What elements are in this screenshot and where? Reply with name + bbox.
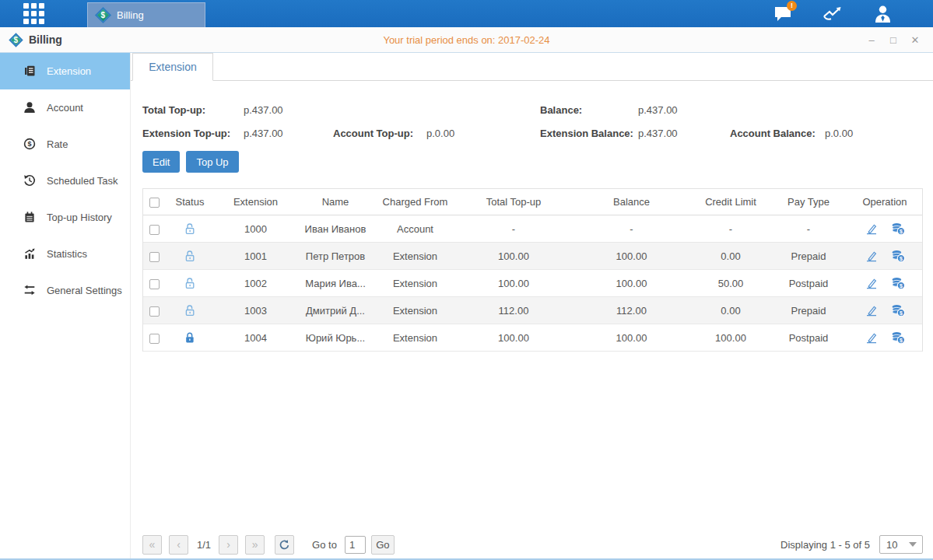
sidebar-item-label: Scheduled Task (47, 175, 118, 187)
sidebar-item-account[interactable]: Account (0, 89, 130, 126)
refresh-icon[interactable] (275, 535, 294, 555)
edit-pencil-icon[interactable] (865, 222, 879, 236)
prev-page-button[interactable]: ‹ (169, 535, 188, 555)
next-page-button[interactable]: › (219, 535, 238, 555)
trial-notice: Your trial period ends on: 2017-02-24 (0, 34, 933, 46)
cell-balance: 100.00 (571, 278, 692, 289)
cell-charged-from: Extension (374, 278, 456, 289)
svg-text:$: $ (900, 229, 903, 235)
last-page-button[interactable]: » (245, 535, 265, 555)
notification-badge: ! (787, 1, 797, 11)
topup-coins-icon[interactable]: $ (891, 303, 905, 317)
lock-open-icon[interactable] (184, 250, 196, 262)
column-header-charged_from[interactable]: Charged From (374, 196, 456, 208)
cell-name: Дмитрий Д... (296, 305, 374, 317)
first-page-button[interactable]: « (142, 535, 162, 555)
lock-open-icon[interactable] (184, 304, 196, 317)
chevron-down-icon (909, 542, 917, 547)
topup-coins-icon[interactable]: $ (891, 222, 905, 236)
edit-pencil-icon[interactable] (865, 303, 879, 317)
user-icon[interactable] (871, 4, 894, 24)
billing-diamond-icon: $ (95, 7, 111, 23)
sidebar-menu: ExtensionAccount$RateScheduled TaskTop-u… (0, 53, 131, 560)
column-header-balance[interactable]: Balance (571, 196, 692, 208)
maximize-button[interactable]: □ (888, 34, 899, 46)
goto-page-input[interactable] (345, 536, 366, 554)
cell-charged-from: Extension (374, 332, 456, 344)
topup-coins-icon[interactable]: $ (891, 276, 905, 290)
column-header-pay_type[interactable]: Pay Type (770, 196, 847, 208)
cell-credit-limit: 50.00 (692, 278, 770, 289)
sidebar-item-label: General Settings (47, 285, 122, 296)
svg-text:$: $ (900, 256, 903, 262)
sidebar-item-label: Extension (47, 65, 91, 77)
table-row: 1004Юрий Юрь...Extension100.00100.00100.… (143, 324, 922, 352)
sidebar-item-extension[interactable]: Extension (0, 53, 130, 89)
lock-closed-icon[interactable] (184, 331, 196, 344)
sidebar-item-topup-history[interactable]: Top-up History (0, 199, 130, 236)
main-panel: Extension Total Top-up: p.437.00 Balance… (131, 53, 933, 560)
column-header-operation[interactable]: Operation (847, 196, 922, 208)
clock-icon (23, 174, 37, 187)
svg-text:$: $ (27, 140, 31, 148)
cell-pay-type: - (770, 223, 847, 235)
notebook-icon (23, 211, 37, 224)
sidebar-item-label: Top-up History (47, 212, 112, 223)
row-checkbox[interactable] (149, 279, 160, 289)
message-icon[interactable]: ! (771, 4, 794, 24)
select-all-checkbox[interactable] (149, 198, 160, 208)
app-window: $ Billing ! (0, 0, 933, 560)
lock-open-icon[interactable] (184, 222, 196, 235)
cell-pay-type: Prepaid (770, 305, 847, 317)
row-checkbox[interactable] (149, 306, 160, 317)
topup-coins-icon[interactable]: $ (891, 249, 905, 263)
cell-pay-type: Postpaid (770, 332, 847, 344)
cell-name: Мария Ива... (296, 278, 374, 289)
cell-total-topup: 100.00 (456, 332, 571, 344)
cell-charged-from: Extension (374, 305, 456, 317)
column-header-total_topup[interactable]: Total Top-up (456, 196, 571, 208)
sidebar-item-statistics[interactable]: Statistics (0, 236, 130, 272)
app-tab-label: Billing (117, 9, 144, 21)
topup-coins-icon[interactable]: $ (891, 331, 905, 345)
tab-extension[interactable]: Extension (132, 53, 213, 81)
extension-topup-label: Extension Top-up: (142, 128, 244, 139)
balance-label: Balance: (540, 104, 638, 116)
edit-pencil-icon[interactable] (865, 331, 879, 345)
cell-credit-limit: 0.00 (692, 250, 770, 262)
cell-total-topup: 100.00 (456, 250, 571, 262)
cell-extension: 1003 (215, 305, 296, 317)
lock-open-icon[interactable] (184, 277, 196, 289)
top-up-button[interactable]: Top Up (186, 151, 238, 173)
sidebar-item-rate[interactable]: $Rate (0, 126, 130, 163)
minimize-button[interactable]: – (866, 34, 877, 46)
edit-pencil-icon[interactable] (865, 276, 879, 290)
go-button[interactable]: Go (371, 535, 395, 555)
column-header-credit_limit[interactable]: Credit Limit (692, 196, 770, 208)
row-checkbox[interactable] (149, 252, 160, 262)
cell-name: Юрий Юрь... (296, 332, 374, 344)
column-header-extension[interactable]: Extension (215, 196, 296, 208)
edit-pencil-icon[interactable] (865, 249, 879, 263)
table-row: 1002Мария Ива...Extension100.00100.0050.… (143, 270, 922, 297)
cell-balance: 100.00 (571, 250, 692, 262)
cell-extension: 1004 (215, 332, 296, 344)
apps-grid-icon[interactable] (23, 3, 44, 24)
cell-credit-limit: 100.00 (692, 332, 770, 344)
page-size-dropdown[interactable]: 10 (879, 535, 923, 554)
row-checkbox[interactable] (149, 225, 160, 235)
chart-icon[interactable] (821, 4, 844, 24)
column-header-status[interactable]: Status (165, 196, 215, 208)
sidebar-item-label: Statistics (47, 248, 87, 260)
growth-chart-icon (23, 247, 37, 261)
cell-name: Иван Иванов (296, 223, 374, 235)
page-indicator: 1/1 (197, 539, 211, 551)
edit-button[interactable]: Edit (142, 151, 180, 173)
sidebar-item-scheduled-task[interactable]: Scheduled Task (0, 163, 130, 199)
close-button[interactable]: ✕ (910, 34, 921, 46)
window-title: Billing (29, 33, 62, 46)
sidebar-item-general-settings[interactable]: General Settings (0, 272, 130, 309)
app-tab-billing[interactable]: $ Billing (87, 2, 205, 27)
row-checkbox[interactable] (149, 334, 160, 344)
column-header-name[interactable]: Name (296, 196, 374, 208)
